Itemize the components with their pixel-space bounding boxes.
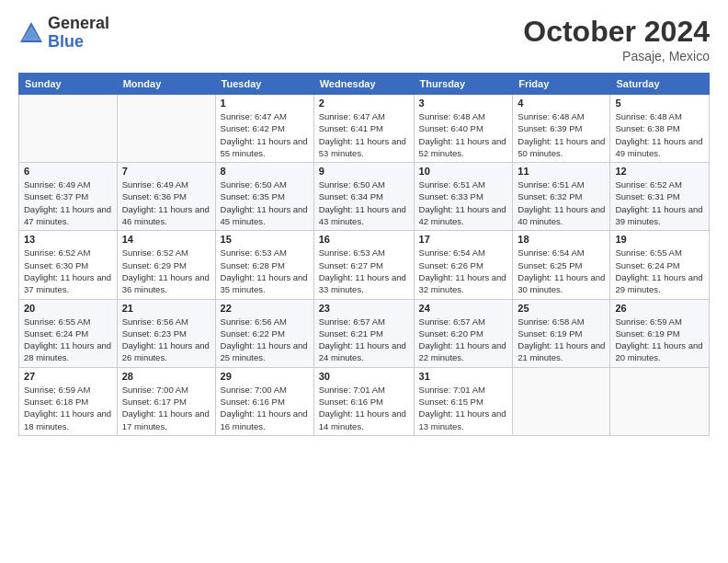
day-number: 20 <box>24 303 112 314</box>
day-info: Sunrise: 6:51 AM Sunset: 6:33 PM Dayligh… <box>419 178 508 227</box>
calendar-week-3: 13Sunrise: 6:52 AM Sunset: 6:30 PM Dayli… <box>19 231 710 299</box>
calendar-cell: 4Sunrise: 6:48 AM Sunset: 6:39 PM Daylig… <box>513 95 610 163</box>
calendar-cell: 7Sunrise: 6:49 AM Sunset: 6:36 PM Daylig… <box>117 163 215 231</box>
calendar-header-row: Sunday Monday Tuesday Wednesday Thursday… <box>19 74 710 95</box>
day-number: 3 <box>419 98 508 109</box>
header-tuesday: Tuesday <box>215 74 313 95</box>
calendar-cell: 24Sunrise: 6:57 AM Sunset: 6:20 PM Dayli… <box>414 299 513 367</box>
calendar-cell: 10Sunrise: 6:51 AM Sunset: 6:33 PM Dayli… <box>414 163 513 231</box>
calendar-cell: 9Sunrise: 6:50 AM Sunset: 6:34 PM Daylig… <box>313 163 414 231</box>
day-number: 8 <box>221 166 309 177</box>
logo-text: General Blue <box>48 15 109 52</box>
day-number: 13 <box>24 234 112 245</box>
day-number: 24 <box>419 303 508 314</box>
day-info: Sunrise: 6:57 AM Sunset: 6:21 PM Dayligh… <box>319 316 409 364</box>
day-number: 1 <box>221 98 309 109</box>
day-info: Sunrise: 6:47 AM Sunset: 6:41 PM Dayligh… <box>319 110 409 159</box>
day-info: Sunrise: 6:59 AM Sunset: 6:18 PM Dayligh… <box>24 384 112 432</box>
day-info: Sunrise: 6:50 AM Sunset: 6:35 PM Dayligh… <box>221 178 309 227</box>
calendar-week-1: 1Sunrise: 6:47 AM Sunset: 6:42 PM Daylig… <box>19 95 710 163</box>
calendar-cell: 8Sunrise: 6:50 AM Sunset: 6:35 PM Daylig… <box>215 163 313 231</box>
day-number: 27 <box>24 371 112 382</box>
day-info: Sunrise: 6:52 AM Sunset: 6:31 PM Dayligh… <box>615 178 704 227</box>
day-number: 15 <box>221 234 309 245</box>
logo: General Blue <box>18 15 109 52</box>
day-number: 12 <box>615 166 704 177</box>
day-info: Sunrise: 6:52 AM Sunset: 6:29 PM Dayligh… <box>122 247 210 295</box>
day-info: Sunrise: 6:53 AM Sunset: 6:28 PM Dayligh… <box>221 247 309 295</box>
day-number: 18 <box>518 234 605 245</box>
calendar-cell: 12Sunrise: 6:52 AM Sunset: 6:31 PM Dayli… <box>610 163 710 231</box>
calendar-cell <box>513 367 610 435</box>
title-block: October 2024 Pasaje, Mexico <box>523 15 710 63</box>
header-saturday: Saturday <box>610 74 710 95</box>
calendar-cell: 6Sunrise: 6:49 AM Sunset: 6:37 PM Daylig… <box>19 163 118 231</box>
day-number: 7 <box>122 166 210 177</box>
calendar-cell: 31Sunrise: 7:01 AM Sunset: 6:15 PM Dayli… <box>414 367 513 435</box>
calendar-cell: 29Sunrise: 7:00 AM Sunset: 6:16 PM Dayli… <box>215 367 313 435</box>
calendar-cell: 16Sunrise: 6:53 AM Sunset: 6:27 PM Dayli… <box>313 231 414 299</box>
calendar-cell: 21Sunrise: 6:56 AM Sunset: 6:23 PM Dayli… <box>117 299 215 367</box>
calendar-week-4: 20Sunrise: 6:55 AM Sunset: 6:24 PM Dayli… <box>19 299 710 367</box>
logo-general: General <box>48 15 109 33</box>
logo-blue: Blue <box>48 33 109 52</box>
day-number: 25 <box>518 303 605 314</box>
day-info: Sunrise: 7:01 AM Sunset: 6:15 PM Dayligh… <box>419 384 508 432</box>
day-number: 19 <box>615 234 704 245</box>
day-number: 14 <box>122 234 210 245</box>
day-info: Sunrise: 6:49 AM Sunset: 6:36 PM Dayligh… <box>122 178 210 227</box>
calendar-cell: 3Sunrise: 6:48 AM Sunset: 6:40 PM Daylig… <box>414 95 513 163</box>
calendar-cell: 11Sunrise: 6:51 AM Sunset: 6:32 PM Dayli… <box>513 163 610 231</box>
day-info: Sunrise: 6:47 AM Sunset: 6:42 PM Dayligh… <box>221 110 309 159</box>
calendar-cell <box>19 95 118 163</box>
calendar-cell <box>610 367 710 435</box>
calendar-cell: 30Sunrise: 7:01 AM Sunset: 6:16 PM Dayli… <box>313 367 414 435</box>
day-number: 17 <box>419 234 508 245</box>
day-info: Sunrise: 6:59 AM Sunset: 6:19 PM Dayligh… <box>615 316 704 364</box>
day-number: 21 <box>122 303 210 314</box>
day-info: Sunrise: 6:56 AM Sunset: 6:23 PM Dayligh… <box>122 316 210 364</box>
calendar-cell: 13Sunrise: 6:52 AM Sunset: 6:30 PM Dayli… <box>19 231 118 299</box>
day-info: Sunrise: 6:52 AM Sunset: 6:30 PM Dayligh… <box>24 247 112 295</box>
calendar-cell: 26Sunrise: 6:59 AM Sunset: 6:19 PM Dayli… <box>610 299 710 367</box>
day-number: 22 <box>221 303 309 314</box>
location: Pasaje, Mexico <box>523 49 710 63</box>
day-number: 28 <box>122 371 210 382</box>
calendar-cell: 23Sunrise: 6:57 AM Sunset: 6:21 PM Dayli… <box>313 299 414 367</box>
day-number: 9 <box>319 166 409 177</box>
day-number: 31 <box>419 371 508 382</box>
calendar-week-5: 27Sunrise: 6:59 AM Sunset: 6:18 PM Dayli… <box>19 367 710 435</box>
day-number: 23 <box>319 303 409 314</box>
calendar-cell: 15Sunrise: 6:53 AM Sunset: 6:28 PM Dayli… <box>215 231 313 299</box>
header-wednesday: Wednesday <box>313 74 414 95</box>
calendar-cell: 18Sunrise: 6:54 AM Sunset: 6:25 PM Dayli… <box>513 231 610 299</box>
day-number: 29 <box>221 371 309 382</box>
day-number: 6 <box>24 166 112 177</box>
page: General Blue October 2024 Pasaje, Mexico… <box>0 0 728 563</box>
day-info: Sunrise: 6:48 AM Sunset: 6:38 PM Dayligh… <box>615 110 704 159</box>
day-info: Sunrise: 7:01 AM Sunset: 6:16 PM Dayligh… <box>319 384 409 432</box>
day-number: 26 <box>615 303 704 314</box>
calendar-cell: 5Sunrise: 6:48 AM Sunset: 6:38 PM Daylig… <box>610 95 710 163</box>
day-info: Sunrise: 6:49 AM Sunset: 6:37 PM Dayligh… <box>24 178 112 227</box>
calendar-cell: 17Sunrise: 6:54 AM Sunset: 6:26 PM Dayli… <box>414 231 513 299</box>
calendar-cell: 25Sunrise: 6:58 AM Sunset: 6:19 PM Dayli… <box>513 299 610 367</box>
day-info: Sunrise: 6:48 AM Sunset: 6:39 PM Dayligh… <box>518 110 605 159</box>
day-number: 11 <box>518 166 605 177</box>
month-title: October 2024 <box>523 15 710 49</box>
calendar: Sunday Monday Tuesday Wednesday Thursday… <box>18 73 710 436</box>
day-info: Sunrise: 7:00 AM Sunset: 6:17 PM Dayligh… <box>122 384 210 432</box>
day-number: 30 <box>319 371 409 382</box>
day-info: Sunrise: 6:55 AM Sunset: 6:24 PM Dayligh… <box>615 247 704 295</box>
day-info: Sunrise: 6:54 AM Sunset: 6:26 PM Dayligh… <box>419 247 508 295</box>
calendar-cell: 2Sunrise: 6:47 AM Sunset: 6:41 PM Daylig… <box>313 95 414 163</box>
day-number: 16 <box>319 234 409 245</box>
day-info: Sunrise: 6:56 AM Sunset: 6:22 PM Dayligh… <box>221 316 309 364</box>
day-number: 4 <box>518 98 605 109</box>
day-number: 10 <box>419 166 508 177</box>
header-friday: Friday <box>513 74 610 95</box>
day-info: Sunrise: 6:58 AM Sunset: 6:19 PM Dayligh… <box>518 316 605 364</box>
day-info: Sunrise: 6:53 AM Sunset: 6:27 PM Dayligh… <box>319 247 409 295</box>
header-sunday: Sunday <box>19 74 118 95</box>
day-info: Sunrise: 6:54 AM Sunset: 6:25 PM Dayligh… <box>518 247 605 295</box>
